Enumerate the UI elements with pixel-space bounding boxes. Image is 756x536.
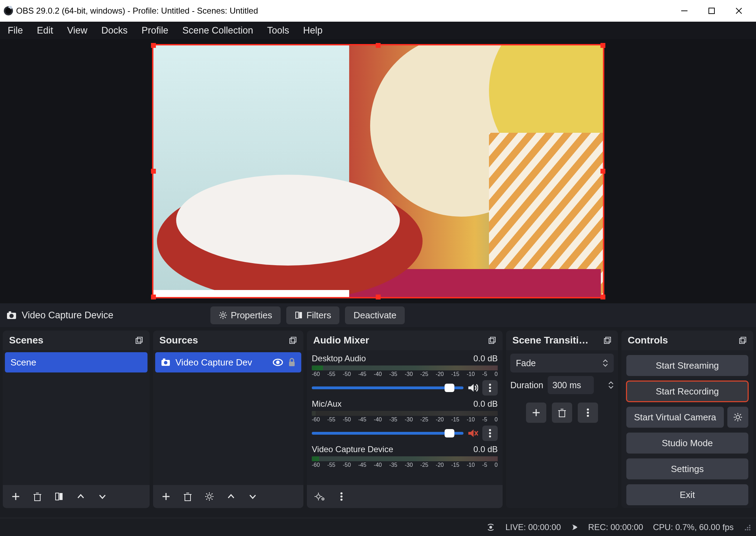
- camera-icon: [6, 311, 17, 320]
- window-minimize-button[interactable]: [671, 0, 698, 22]
- speaker-icon[interactable]: [468, 383, 478, 393]
- scene-move-up-button[interactable]: [71, 487, 90, 506]
- svg-rect-3: [709, 8, 714, 14]
- channel-more-button[interactable]: [482, 426, 498, 441]
- add-scene-button[interactable]: [6, 487, 25, 506]
- svg-line-27: [225, 312, 226, 313]
- volume-slider[interactable]: [312, 432, 463, 435]
- svg-line-58: [206, 493, 207, 494]
- svg-line-28: [220, 317, 221, 318]
- preview-area[interactable]: [0, 39, 756, 303]
- scene-move-down-button[interactable]: [93, 487, 112, 506]
- status-cpu: CPU: 0.7%, 60.00 fps: [653, 522, 734, 532]
- source-move-up-button[interactable]: [222, 487, 240, 506]
- svg-line-26: [225, 317, 226, 318]
- mixer-advanced-button[interactable]: [310, 487, 329, 506]
- stream-icon: [571, 523, 578, 531]
- properties-button[interactable]: Properties: [210, 306, 281, 324]
- svg-rect-47: [289, 362, 295, 366]
- filters-button[interactable]: Filters: [286, 306, 340, 324]
- status-live: LIVE: 00:00:00: [505, 522, 561, 532]
- preview-canvas[interactable]: [153, 45, 603, 297]
- transitions-title: Scene Transiti…: [512, 335, 589, 346]
- transition-properties-button[interactable]: [578, 403, 598, 423]
- svg-point-105: [749, 525, 750, 526]
- menu-docks[interactable]: Docks: [96, 22, 133, 39]
- dock-popout-icon[interactable]: [603, 336, 612, 345]
- source-row[interactable]: Video Capture Dev: [155, 352, 301, 372]
- remove-scene-button[interactable]: [28, 487, 47, 506]
- svg-rect-31: [136, 339, 141, 343]
- mixer-channel-name: Video Capture Device: [312, 444, 393, 454]
- audio-meter: [312, 411, 498, 416]
- dock-popout-icon[interactable]: [488, 336, 496, 345]
- svg-rect-84: [606, 337, 611, 342]
- mixer-title: Audio Mixer: [313, 335, 369, 346]
- svg-rect-32: [137, 337, 142, 342]
- dock-popout-icon[interactable]: [289, 336, 297, 345]
- source-move-down-button[interactable]: [243, 487, 262, 506]
- controls-panel: Controls Start Streaming Start Recording…: [621, 331, 753, 508]
- duration-value: 300 ms: [553, 380, 581, 390]
- svg-rect-40: [290, 339, 295, 343]
- mixer-channel-name: Desktop Audio: [312, 354, 366, 363]
- volume-slider[interactable]: [312, 386, 463, 389]
- speaker-muted-icon[interactable]: [468, 428, 478, 438]
- chevron-down-icon: [603, 363, 608, 367]
- source-label: Video Capture Dev: [175, 357, 252, 368]
- svg-line-103: [735, 419, 736, 420]
- gear-icon: [219, 311, 227, 319]
- svg-rect-83: [604, 339, 609, 343]
- menu-edit[interactable]: Edit: [31, 22, 59, 39]
- svg-rect-62: [489, 339, 494, 343]
- mixer-channel-db: 0.0 dB: [474, 444, 498, 454]
- add-transition-button[interactable]: [526, 403, 546, 423]
- chevron-up-icon[interactable]: [608, 381, 614, 385]
- meter-ticks: -60-55-50-45-40-35-30-25-20-15-10-50: [312, 417, 498, 423]
- scene-row[interactable]: Scene: [5, 352, 147, 372]
- svg-rect-94: [741, 337, 746, 342]
- svg-point-82: [340, 499, 343, 501]
- dock-popout-icon[interactable]: [135, 336, 143, 345]
- channel-more-button[interactable]: [482, 380, 498, 396]
- sources-panel: Sources Video Capture Dev: [153, 331, 303, 508]
- menu-tools[interactable]: Tools: [261, 22, 295, 39]
- lock-toggle-icon[interactable]: [288, 358, 296, 367]
- source-properties-button[interactable]: [200, 487, 219, 506]
- menu-scene-collection[interactable]: Scene Collection: [177, 22, 259, 39]
- menu-file[interactable]: File: [2, 22, 29, 39]
- scene-filters-button[interactable]: [50, 487, 69, 506]
- virtual-camera-settings-button[interactable]: [727, 407, 748, 428]
- svg-line-102: [740, 414, 741, 415]
- svg-point-66: [489, 387, 491, 389]
- remove-source-button[interactable]: [178, 487, 197, 506]
- window-maximize-button[interactable]: [698, 0, 725, 22]
- studio-mode-button[interactable]: Studio Mode: [626, 433, 748, 454]
- menu-profile[interactable]: Profile: [136, 22, 174, 39]
- add-source-button[interactable]: [157, 487, 175, 506]
- mixer-channel: Desktop Audio0.0 dB -60-55-50-45-40-35-3…: [307, 350, 503, 396]
- start-streaming-button[interactable]: Start Streaming: [626, 355, 748, 376]
- dock-popout-icon[interactable]: [739, 336, 747, 345]
- audio-mixer-panel: Audio Mixer Desktop Audio0.0 dB -60-55-5…: [307, 331, 503, 508]
- exit-button[interactable]: Exit: [626, 484, 748, 505]
- svg-rect-19: [9, 311, 11, 313]
- transition-select[interactable]: Fade: [510, 354, 614, 372]
- menu-help[interactable]: Help: [297, 22, 328, 39]
- chevron-down-icon[interactable]: [608, 385, 614, 389]
- start-recording-button[interactable]: Start Recording: [626, 381, 748, 402]
- duration-input[interactable]: 300 ms: [548, 376, 594, 394]
- visibility-toggle-icon[interactable]: [273, 358, 283, 366]
- start-virtual-camera-button[interactable]: Start Virtual Camera: [626, 407, 724, 428]
- svg-point-106: [749, 527, 750, 528]
- deactivate-button[interactable]: Deactivate: [345, 306, 405, 324]
- mixer-menu-button[interactable]: [332, 487, 351, 506]
- status-bar: LIVE: 00:00:00 REC: 00:00:00 CPU: 0.7%, …: [0, 518, 756, 536]
- settings-button[interactable]: Settings: [626, 458, 748, 479]
- menu-view[interactable]: View: [62, 22, 93, 39]
- remove-transition-button[interactable]: [552, 403, 572, 423]
- resize-grip-icon[interactable]: [743, 523, 751, 531]
- window-close-button[interactable]: [725, 0, 753, 22]
- svg-rect-38: [56, 493, 59, 500]
- meter-ticks: -60-55-50-45-40-35-30-25-20-15-10-50: [312, 462, 498, 468]
